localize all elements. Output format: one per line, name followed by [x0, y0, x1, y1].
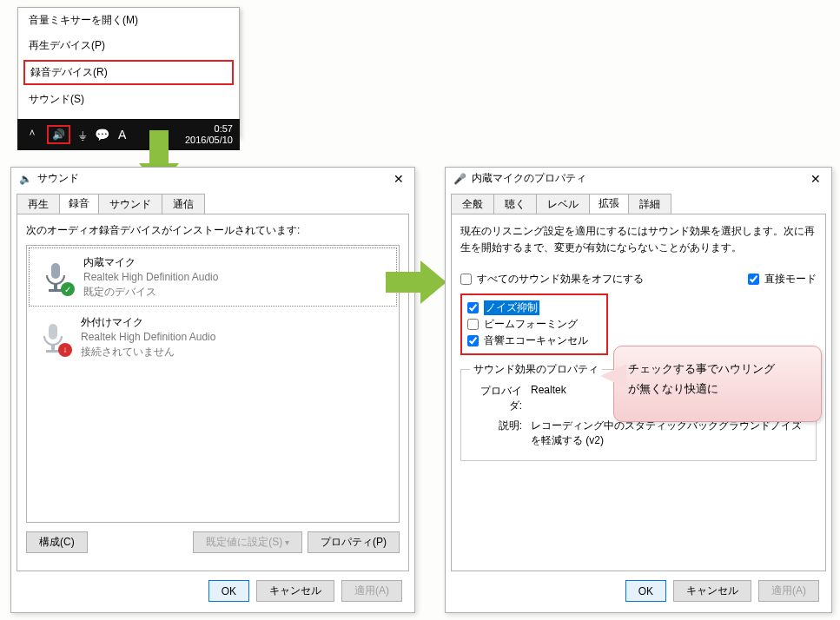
ime-icon[interactable]: A [118, 128, 126, 142]
properties-dialog-buttons: OK キャンセル 適用(A) [446, 580, 819, 602]
tab-listen[interactable]: 聴く [493, 194, 537, 214]
effect-label: 音響エコーキャンセル [484, 333, 588, 348]
sound-dialog-buttons: OK キャンセル 適用(A) [11, 580, 402, 602]
disable-all-effects-label: すべてのサウンド効果をオフにする [477, 272, 644, 287]
close-button[interactable]: ✕ [388, 172, 409, 186]
effects-list: ノイズ抑制 ビームフォーミング 音響エコーキャンセル [460, 294, 608, 355]
tab-advanced[interactable]: 詳細 [628, 194, 671, 214]
callout-line1: チェックする事でハウリング [628, 359, 807, 379]
menu-item-playback[interactable]: 再生デバイス(P) [18, 33, 239, 58]
direct-mode-label: 直接モード [764, 272, 817, 287]
enhancements-note: 現在のリスニング設定を適用にするにはサウンド効果を選択します。次に再生を開始する… [460, 223, 817, 256]
clock-time: 0:57 [185, 123, 233, 135]
svg-rect-4 [51, 345, 55, 350]
tab-levels[interactable]: レベル [536, 194, 590, 214]
device-driver: Realtek High Definition Audio [81, 330, 215, 345]
tray-chevron-icon[interactable]: ＾ [26, 127, 38, 142]
device-status: 接続されていません [81, 345, 215, 359]
properties-window-title: 内蔵マイクのプロパティ [472, 171, 586, 186]
speaker-icon[interactable]: 🔊 [47, 125, 70, 144]
effect-beam-forming[interactable]: ビームフォーミング [467, 317, 601, 332]
sound-dialog: 🔈 サウンド ✕ 再生 録音 サウンド 通信 次のオーディオ録音デバイスがインス… [10, 167, 415, 613]
sound-window-title: サウンド [37, 171, 79, 186]
device-status: 既定のデバイス [83, 285, 218, 300]
svg-rect-3 [49, 324, 57, 340]
status-badge-ok: ✓ [61, 282, 75, 296]
menu-item-recording[interactable]: 録音デバイス(R) [23, 60, 234, 85]
device-driver: Realtek High Definition Audio [83, 270, 218, 285]
device-name: 内蔵マイク [83, 255, 218, 270]
system-tray: ＾ 🔊 ⏚ 💬 A [17, 125, 126, 144]
set-default-button[interactable]: 既定値に設定(S) [193, 531, 302, 553]
disable-all-effects-checkbox[interactable]: すべてのサウンド効果をオフにする [460, 272, 644, 287]
clock-date: 2016/05/10 [185, 135, 233, 146]
annotation-callout: チェックする事でハウリング が無くなり快適に [613, 346, 822, 422]
description-label: 説明: [472, 419, 531, 448]
tab-recording[interactable]: 録音 [59, 194, 99, 214]
wifi-icon[interactable]: ⏚ [79, 128, 86, 142]
apply-button[interactable]: 適用(A) [341, 580, 402, 602]
sound-inner-buttons: 構成(C) 既定値に設定(S) プロパティ(P) [26, 531, 400, 553]
sound-tabs: 再生 録音 サウンド 通信 [11, 193, 414, 214]
device-row-internal-mic[interactable]: ✓ 内蔵マイク Realtek High Definition Audio 既定… [29, 247, 397, 307]
flow-arrow-right [386, 261, 452, 304]
svg-rect-1 [54, 284, 57, 289]
tab-sounds[interactable]: サウンド [98, 194, 162, 214]
ok-button[interactable]: OK [625, 580, 666, 602]
status-badge-down: ↓ [58, 343, 72, 357]
tab-enhancements[interactable]: 拡張 [589, 194, 629, 214]
effect-label: ノイズ抑制 [484, 300, 539, 315]
recording-instruction: 次のオーディオ録音デバイスがインストールされています: [26, 223, 400, 238]
taskbar: ＾ 🔊 ⏚ 💬 A 0:57 2016/05/10 [17, 119, 240, 150]
callout-line2: が無くなり快適に [628, 379, 807, 399]
ok-button[interactable]: OK [208, 580, 249, 602]
properties-button[interactable]: プロパティ(P) [308, 531, 400, 553]
close-button[interactable]: ✕ [805, 172, 826, 186]
notification-icon[interactable]: 💬 [95, 128, 109, 142]
menu-item-mixer[interactable]: 音量ミキサーを開く(M) [18, 8, 239, 33]
description-value: レコーディング中のスタティックバックグラウンドノイズを軽減する (v2) [531, 419, 805, 448]
mic-window-icon: 🎤 [453, 172, 466, 186]
provider-label: プロバイダ: [472, 384, 531, 413]
svg-rect-0 [51, 263, 60, 279]
sound-titlebar: 🔈 サウンド ✕ [11, 168, 414, 191]
device-row-external-mic[interactable]: ↓ 外付けマイク Realtek High Definition Audio 接… [27, 308, 399, 366]
direct-mode-checkbox[interactable]: 直接モード [748, 272, 817, 287]
tab-communications[interactable]: 通信 [162, 194, 205, 214]
mic-icon: ↓ [36, 320, 70, 355]
tab-playback[interactable]: 再生 [17, 194, 60, 214]
taskbar-clock[interactable]: 0:57 2016/05/10 [185, 123, 240, 146]
effect-noise-suppression[interactable]: ノイズ抑制 [467, 300, 601, 315]
effect-echo-cancel[interactable]: 音響エコーキャンセル [467, 333, 601, 348]
effect-label: ビームフォーミング [484, 317, 578, 332]
sound-window-icon: 🔈 [18, 172, 32, 186]
device-name: 外付けマイク [81, 315, 215, 330]
sound-tab-body: 次のオーディオ録音デバイスがインストールされています: ✓ 内蔵マイク Real… [17, 214, 409, 571]
cancel-button[interactable]: キャンセル [673, 580, 751, 602]
properties-titlebar: 🎤 内蔵マイクのプロパティ ✕ [446, 168, 831, 191]
recording-device-list: ✓ 内蔵マイク Realtek High Definition Audio 既定… [26, 245, 400, 523]
fieldset-legend: サウンド効果のプロパティ [470, 362, 602, 377]
configure-button[interactable]: 構成(C) [26, 531, 88, 553]
tab-general[interactable]: 全般 [451, 194, 494, 214]
apply-button[interactable]: 適用(A) [758, 580, 819, 602]
menu-item-sounds[interactable]: サウンド(S) [18, 87, 239, 112]
cancel-button[interactable]: キャンセル [256, 580, 334, 602]
properties-tabs: 全般 聴く レベル 拡張 詳細 [446, 193, 831, 214]
mic-icon: ✓ [38, 260, 73, 294]
speaker-glyph: 🔊 [52, 129, 65, 141]
